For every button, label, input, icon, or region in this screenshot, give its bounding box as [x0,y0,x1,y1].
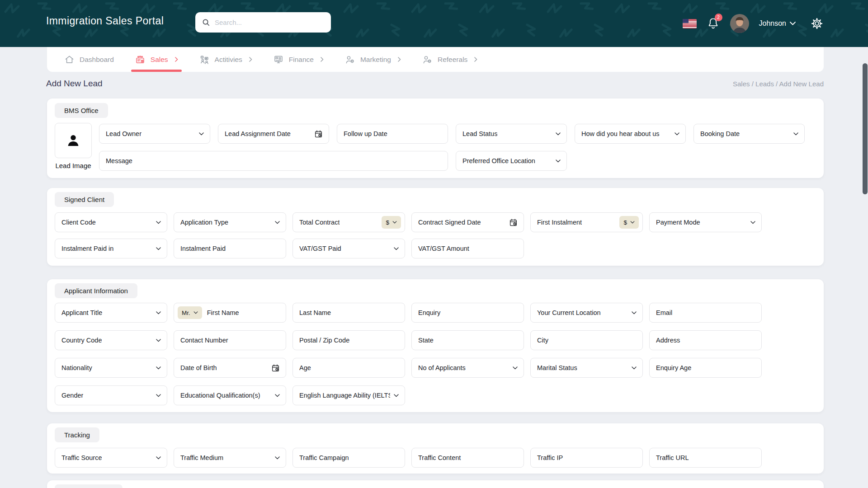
bms-office-section: BMS Office Lead Image Lead Owner Lead As… [47,99,824,178]
chevron-down-icon [793,132,798,136]
gender-select[interactable]: Gender [55,385,167,405]
traffic-content-input[interactable] [411,448,524,468]
user-menu[interactable]: Johnson [759,19,796,28]
total-contract-field[interactable]: Total Contract $ [292,212,405,232]
name-title-select-chip[interactable]: Mr. [178,306,202,319]
first-name-input[interactable] [202,309,280,316]
date-of-birth-field[interactable]: Date of Birth [174,358,286,378]
instalment-paid-input[interactable] [174,239,286,258]
vat-gst-paid-select[interactable]: VAT/GST Paid [292,239,405,258]
sales-board-icon [135,54,146,65]
nav-item-dashboard[interactable]: Dashboard [64,47,114,72]
first-instalment-field[interactable]: First Instalment $ [530,212,643,232]
chevron-down-icon [156,339,161,342]
chevron-down-icon [156,311,161,314]
vat-gst-amount-input[interactable] [411,239,524,258]
nav-item-marketing[interactable]: Marketing [344,47,401,72]
instalment-paid-in-select[interactable]: Instalment Paid in [55,239,167,258]
no-of-applicants-select[interactable]: No of Applicants [411,358,524,378]
enquiry-input[interactable] [411,303,524,323]
chevron-right-icon [321,57,324,62]
currency-symbol: $ [386,219,389,226]
scrollbar-thumb[interactable] [863,63,868,194]
page-title: Add New Lead [46,79,103,89]
monitor-report-icon [273,54,284,65]
people-tasks-icon [199,54,210,65]
traffic-medium-select[interactable]: Traffic Medium [174,448,286,468]
search-input[interactable] [215,19,325,26]
chevron-down-icon [513,366,518,370]
marital-status-select[interactable]: Marital Status [530,358,643,378]
lead-status-select[interactable]: Lead Status [456,124,567,144]
nav-label: Dashboard [80,56,114,64]
lead-image-upload[interactable] [55,123,92,158]
chevron-down-icon [394,247,399,250]
nationality-select[interactable]: Nationality [55,358,167,378]
nav-item-finance[interactable]: Finance [273,47,324,72]
nav-item-activities[interactable]: Actitivies [199,47,252,72]
booking-date-select[interactable]: Booking Date [693,124,805,144]
application-type-select[interactable]: Application Type [174,212,286,232]
follow-up-date-input[interactable] [337,124,448,144]
hear-about-us-select[interactable]: How did you hear about us [575,124,686,144]
settings-button[interactable] [810,17,824,30]
section-tab-applicant-information: Applicant Information [55,283,137,298]
chevron-down-icon [156,394,161,397]
traffic-source-select[interactable]: Traffic Source [55,448,167,468]
lead-image-label: Lead Image [49,162,98,169]
currency-symbol: $ [623,219,627,226]
message-input[interactable] [99,151,448,171]
chevron-down-icon [675,132,679,136]
currency-select-chip[interactable]: $ [382,216,401,229]
last-name-input[interactable] [292,303,405,323]
chevron-right-icon [398,57,401,62]
enquiry-age-input[interactable] [649,358,762,378]
email-input[interactable] [649,303,762,323]
chevron-down-icon [275,221,280,224]
applicant-title-select[interactable]: Applicant Title [55,303,167,323]
chevron-down-icon [392,221,397,224]
chevron-down-icon [556,132,561,136]
country-code-select[interactable]: Country Code [55,330,167,350]
traffic-ip-input[interactable] [530,448,643,468]
app-header: Immigration Sales Portal 2 [0,0,868,47]
user-avatar[interactable] [730,14,749,33]
global-search[interactable] [195,12,331,33]
english-language-ability-select[interactable]: English Language Ability (IELTS) [292,385,405,405]
age-input[interactable] [292,358,405,378]
currency-select-chip[interactable]: $ [619,216,639,229]
contact-number-input[interactable] [174,330,286,350]
chevron-down-icon [193,311,198,314]
preferred-office-location-select[interactable]: Preferred Office Location [456,151,567,171]
contract-signed-date-field[interactable]: Contract Signed Date [411,212,524,232]
chevron-down-icon [156,366,161,370]
address-input[interactable] [649,330,762,350]
payment-mode-select[interactable]: Payment Mode [649,212,762,232]
educational-qualifications-select[interactable]: Educational Qualification(s) [174,385,286,405]
user-name-label: Johnson [759,19,787,28]
nav-label: Actitivies [215,56,242,64]
nav-item-sales[interactable]: Sales [135,47,178,72]
calendar-icon [509,218,518,227]
state-input[interactable] [411,330,524,350]
chevron-down-icon [632,311,637,314]
nav-label: Sales [151,56,168,64]
chevron-down-icon [556,160,561,163]
language-flag-icon[interactable] [683,19,697,28]
traffic-campaign-input[interactable] [292,448,405,468]
nav-item-referrals[interactable]: Refeerals [422,47,477,72]
chevron-right-icon [249,57,252,62]
lead-owner-select[interactable]: Lead Owner [99,124,210,144]
chevron-down-icon [790,22,796,25]
lead-assignment-date-field[interactable]: Lead Assignment Date [218,124,329,144]
traffic-url-input[interactable] [649,448,762,468]
city-input[interactable] [530,330,643,350]
chevron-down-icon [156,456,161,460]
current-location-select[interactable]: Your Current Location [530,303,643,323]
chevron-down-icon [750,221,755,224]
first-name-field[interactable]: Mr. [174,303,286,323]
client-code-select[interactable]: Client Code [55,212,167,232]
notifications-button[interactable]: 2 [707,16,720,31]
section-tab-signed-client: Signed Client [55,192,114,207]
postal-zip-input[interactable] [292,330,405,350]
